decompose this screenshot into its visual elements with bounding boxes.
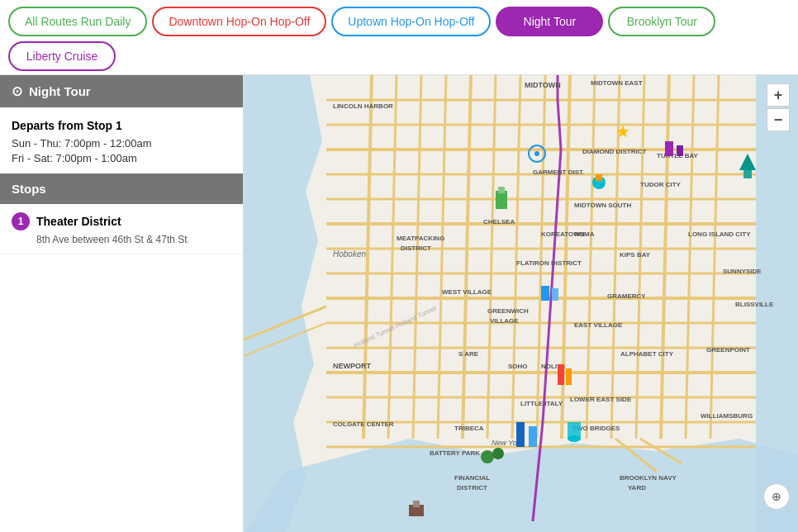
svg-text:VILLAGE: VILLAGE bbox=[490, 317, 519, 325]
svg-text:NOMA: NOMA bbox=[574, 230, 595, 238]
svg-point-94 bbox=[492, 448, 504, 459]
schedule-row-1: Sun - Thu: 7:00pm - 12:00am bbox=[12, 137, 231, 150]
svg-text:YARD: YARD bbox=[628, 484, 646, 492]
svg-text:FLATIRON DISTRICT: FLATIRON DISTRICT bbox=[516, 259, 582, 267]
map-area[interactable]: MIDTOWN MIDTOWN EAST LINCOLN HARBOR DIAM… bbox=[244, 75, 798, 532]
svg-text:TRIBECA: TRIBECA bbox=[454, 425, 484, 432]
schedule-time-1: 7:00pm - 12:00am bbox=[64, 137, 152, 150]
schedule-time-2: 7:00pm - 1:00am bbox=[55, 152, 136, 164]
stop-name: 1 Theater District bbox=[12, 212, 231, 230]
liberty-button[interactable]: Liberty Cruise bbox=[8, 41, 116, 71]
sidebar: ⊙ Night Tour Departs from Stop 1 Sun - T… bbox=[0, 75, 244, 532]
departs-section: Departs from Stop 1 Sun - Thu: 7:00pm - … bbox=[0, 107, 243, 173]
stop-number-badge: 1 bbox=[12, 212, 30, 230]
svg-text:DISTRICT: DISTRICT bbox=[457, 484, 487, 492]
svg-text:CHELSEA: CHELSEA bbox=[483, 218, 515, 226]
svg-rect-92 bbox=[529, 426, 537, 447]
svg-text:TUDOR CITY: TUDOR CITY bbox=[640, 181, 682, 188]
map-container: MIDTOWN MIDTOWN EAST LINCOLN HARBOR DIAM… bbox=[244, 75, 798, 532]
main-content: ⊙ Night Tour Departs from Stop 1 Sun - T… bbox=[0, 75, 798, 532]
svg-text:S ARE: S ARE bbox=[458, 350, 479, 358]
svg-text:GRAMERCY: GRAMERCY bbox=[607, 292, 646, 300]
svg-text:LITTLE ITALY: LITTLE ITALY bbox=[520, 400, 563, 407]
stop-name-text: Theater District bbox=[36, 215, 121, 228]
map-svg: MIDTOWN MIDTOWN EAST LINCOLN HARBOR DIAM… bbox=[244, 75, 798, 532]
stops-header: Stops bbox=[0, 173, 243, 204]
svg-text:WILLIAMSBURG: WILLIAMSBURG bbox=[701, 412, 753, 420]
svg-text:Hoboken: Hoboken bbox=[333, 249, 366, 259]
svg-text:NEWPORT: NEWPORT bbox=[333, 362, 372, 370]
svg-rect-82 bbox=[498, 187, 505, 193]
svg-text:DIAMOND DISTRICT: DIAMOND DISTRICT bbox=[582, 148, 646, 155]
brooklyn-button[interactable]: Brooklyn Tour bbox=[608, 7, 715, 36]
departs-title: Departs from Stop 1 bbox=[12, 119, 231, 132]
locate-button[interactable]: ⊕ bbox=[763, 483, 790, 510]
svg-text:GREENPOINT: GREENPOINT bbox=[706, 346, 750, 354]
svg-text:GREENWICH: GREENWICH bbox=[487, 307, 529, 315]
top-navigation: All Routes Run Daily Downtown Hop-On Hop… bbox=[0, 0, 798, 75]
schedule-days-2: Fri - Sat: bbox=[12, 152, 55, 164]
svg-rect-97 bbox=[665, 141, 673, 156]
all-routes-button[interactable]: All Routes Run Daily bbox=[8, 7, 147, 36]
svg-text:COLGATE CENTER: COLGATE CENTER bbox=[333, 420, 394, 428]
svg-text:BLISSVILLE: BLISSVILLE bbox=[735, 301, 774, 308]
sidebar-title: Night Tour bbox=[29, 84, 91, 98]
svg-text:DISTRICT: DISTRICT bbox=[401, 245, 431, 252]
svg-text:BATTERY PARK: BATTERY PARK bbox=[430, 449, 480, 457]
svg-rect-85 bbox=[541, 286, 549, 301]
svg-rect-96 bbox=[413, 501, 420, 507]
zoom-in-button[interactable]: + bbox=[767, 83, 790, 107]
svg-rect-84 bbox=[596, 174, 602, 181]
svg-text:KIPS BAY: KIPS BAY bbox=[620, 251, 651, 259]
uptown-button[interactable]: Uptown Hop-On Hop-Off bbox=[331, 7, 491, 36]
schedule-days-1: Sun - Thu: bbox=[12, 137, 64, 150]
svg-text:MIDTOWN EAST: MIDTOWN EAST bbox=[591, 79, 643, 87]
stop-address: 8th Ave between 46th St & 47th St bbox=[36, 234, 231, 245]
svg-text:MEATPACKING: MEATPACKING bbox=[397, 235, 444, 242]
svg-text:SUNNYSIDE: SUNNYSIDE bbox=[723, 268, 762, 275]
svg-point-80 bbox=[534, 151, 539, 156]
svg-text:MIDTOWN SOUTH: MIDTOWN SOUTH bbox=[574, 202, 631, 209]
svg-rect-88 bbox=[566, 368, 572, 385]
locate-icon: ⊕ bbox=[772, 490, 781, 503]
svg-text:ALPHABET CITY: ALPHABET CITY bbox=[620, 350, 674, 358]
svg-text:LINCOLN HARBOR: LINCOLN HARBOR bbox=[333, 102, 393, 110]
svg-rect-87 bbox=[558, 364, 564, 385]
night-tour-button[interactable]: Night Tour bbox=[496, 7, 603, 36]
svg-text:GARMENT DIST.: GARMENT DIST. bbox=[533, 169, 584, 176]
map-controls: + − bbox=[767, 83, 790, 131]
svg-rect-100 bbox=[743, 170, 752, 178]
svg-text:FINANCIAL: FINANCIAL bbox=[454, 474, 490, 482]
downtown-button[interactable]: Downtown Hop-On Hop-Off bbox=[152, 7, 326, 36]
svg-text:SOHO: SOHO bbox=[508, 363, 528, 370]
clock-icon: ⊙ bbox=[12, 83, 22, 99]
svg-rect-91 bbox=[516, 422, 525, 447]
svg-point-93 bbox=[481, 450, 494, 463]
svg-text:LOWER EAST SIDE: LOWER EAST SIDE bbox=[570, 396, 632, 403]
svg-rect-98 bbox=[677, 145, 683, 156]
svg-text:EAST VILLAGE: EAST VILLAGE bbox=[574, 321, 623, 329]
svg-rect-90 bbox=[568, 422, 581, 439]
svg-text:LONG ISLAND CITY: LONG ISLAND CITY bbox=[688, 230, 751, 238]
stop-item: 1 Theater District 8th Ave between 46th … bbox=[0, 204, 243, 254]
zoom-out-button[interactable]: − bbox=[767, 108, 790, 131]
svg-text:WEST VILLAGE: WEST VILLAGE bbox=[442, 288, 492, 296]
svg-rect-86 bbox=[552, 288, 558, 301]
schedule-row-2: Fri - Sat: 7:00pm - 1:00am bbox=[12, 152, 231, 164]
sidebar-header: ⊙ Night Tour bbox=[0, 75, 243, 107]
svg-text:MIDTOWN: MIDTOWN bbox=[525, 81, 561, 89]
svg-text:BROOKLYN NAVY: BROOKLYN NAVY bbox=[620, 474, 677, 482]
svg-rect-81 bbox=[496, 191, 507, 209]
